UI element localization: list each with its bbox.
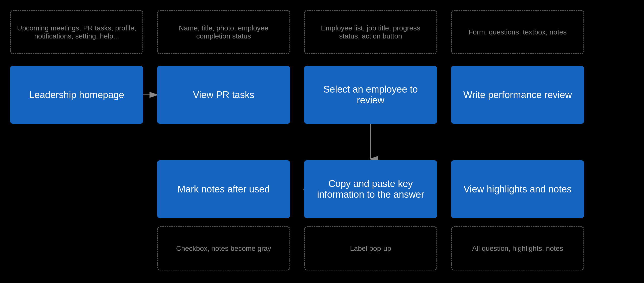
dashed-box-homepage-info: Upcoming meetings, PR tasks, profile, no… xyxy=(10,10,143,54)
dashed-box-form-info: Form, questions, textbox, notes xyxy=(451,10,584,54)
dashed-box-label-popup-info: Label pop-up xyxy=(304,226,437,270)
blue-box-leadership-homepage[interactable]: Leadership homepage xyxy=(10,66,143,124)
dashed-box-checkbox-info: Checkbox, notes become gray xyxy=(157,226,290,270)
blue-box-copy-paste[interactable]: Copy and paste key information to the an… xyxy=(304,160,437,218)
blue-box-view-pr-tasks[interactable]: View PR tasks xyxy=(157,66,290,124)
blue-box-select-employee[interactable]: Select an employee to review xyxy=(304,66,437,124)
dashed-box-all-questions-info: All question, highlights, notes xyxy=(451,226,584,270)
blue-box-write-review[interactable]: Write performance review xyxy=(451,66,584,124)
diagram-container: Upcoming meetings, PR tasks, profile, no… xyxy=(0,0,644,283)
dashed-box-employee-info: Employee list, job title, progress statu… xyxy=(304,10,437,54)
blue-box-view-highlights[interactable]: View highlights and notes xyxy=(451,160,584,218)
dashed-box-pr-tasks-info: Name, title, photo, employee completion … xyxy=(157,10,290,54)
blue-box-mark-notes[interactable]: Mark notes after used xyxy=(157,160,290,218)
